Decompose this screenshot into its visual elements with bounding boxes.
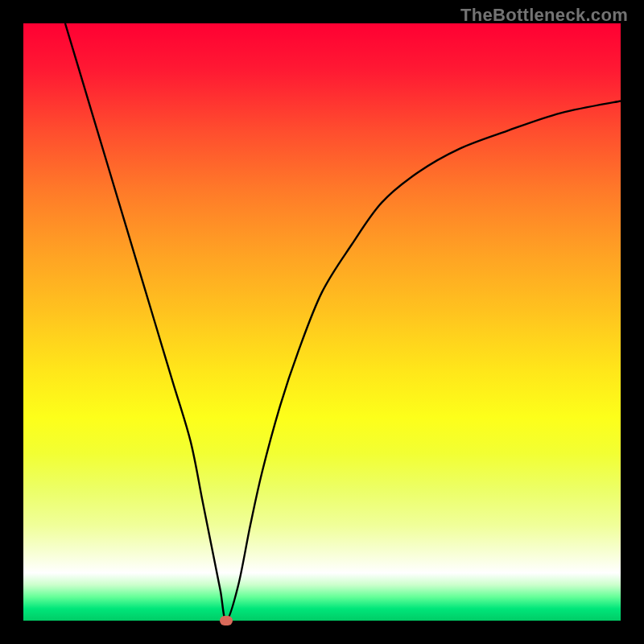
plot-area [23,23,621,621]
minimum-marker [220,616,233,625]
curve-path [65,23,621,621]
watermark-text: TheBottleneck.com [460,5,628,26]
bottleneck-curve [23,23,621,621]
chart-container: TheBottleneck.com [0,0,644,644]
